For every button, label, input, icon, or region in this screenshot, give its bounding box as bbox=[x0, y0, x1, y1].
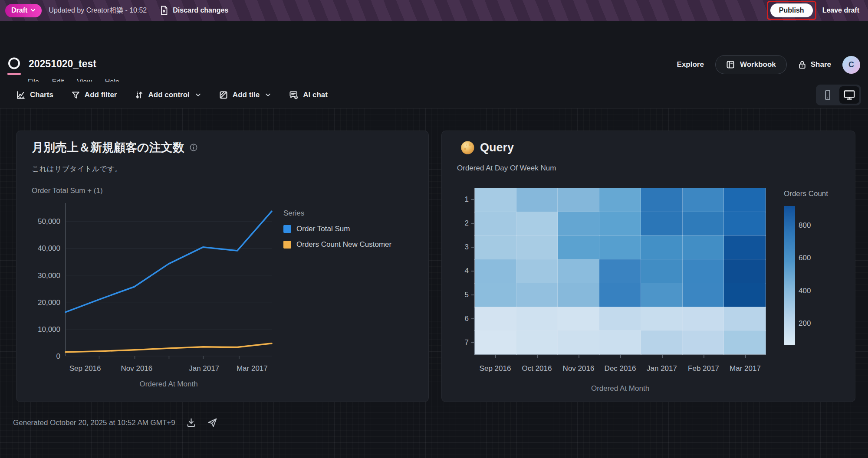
heatmap-cell[interactable] bbox=[558, 307, 599, 331]
charts-icon bbox=[16, 91, 25, 99]
heatmap-cell[interactable] bbox=[558, 259, 599, 283]
add-tile-button[interactable]: Add tile bbox=[219, 91, 271, 99]
legend-item[interactable]: Orders Count New Customer bbox=[283, 240, 391, 249]
publish-button[interactable]: Publish bbox=[770, 3, 813, 17]
discard-changes-button[interactable]: Discard changes bbox=[160, 6, 228, 15]
heatmap-cell[interactable] bbox=[558, 212, 599, 236]
ai-chat-button[interactable]: AI chat bbox=[289, 91, 328, 100]
heatmap-cell[interactable] bbox=[599, 307, 641, 331]
heatmap-row-label: 5 bbox=[458, 291, 474, 299]
heatmap-title: Query bbox=[480, 140, 514, 155]
heatmap-cell[interactable] bbox=[558, 330, 599, 354]
heatmap-col-label: Mar 2017 bbox=[730, 364, 761, 373]
heatmap-cell[interactable] bbox=[724, 307, 766, 331]
download-icon bbox=[186, 417, 197, 428]
heatmap-cell[interactable] bbox=[516, 212, 558, 236]
updated-by-text: Updated by Creator相樂 - 10:52 bbox=[49, 6, 147, 15]
heatmap-cell[interactable] bbox=[599, 212, 641, 236]
desktop-view-button[interactable] bbox=[839, 86, 859, 104]
app-logo[interactable] bbox=[7, 56, 22, 75]
heatmap-row-label: 6 bbox=[458, 314, 474, 323]
heatmap-cell[interactable] bbox=[599, 283, 641, 307]
heatmap-cell[interactable] bbox=[599, 330, 641, 354]
heatmap-cell[interactable] bbox=[599, 236, 641, 259]
explore-button[interactable]: Explore bbox=[677, 60, 704, 69]
heatmap-cell[interactable] bbox=[558, 188, 599, 212]
heatmap-x-tick bbox=[704, 355, 704, 358]
info-icon[interactable] bbox=[190, 144, 197, 151]
heatmap-cell[interactable] bbox=[724, 188, 766, 212]
add-control-button[interactable]: Add control bbox=[135, 91, 201, 99]
heatmap-cell[interactable] bbox=[641, 330, 683, 354]
heatmap-cell[interactable] bbox=[683, 330, 724, 354]
heatmap-cell[interactable] bbox=[558, 236, 599, 259]
heatmap-cell[interactable] bbox=[516, 330, 558, 354]
discard-document-icon bbox=[160, 6, 168, 15]
legend-label: Orders Count New Customer bbox=[296, 240, 391, 249]
x-axis-title: Ordered At Month bbox=[139, 380, 197, 388]
heatmap-cell[interactable] bbox=[641, 307, 683, 331]
workbook-label: Workbook bbox=[740, 60, 776, 69]
share-button[interactable]: Share bbox=[798, 60, 831, 69]
heatmap-grid[interactable] bbox=[474, 188, 766, 355]
heatmap-cell[interactable] bbox=[683, 259, 724, 283]
add-filter-button[interactable]: Add filter bbox=[72, 91, 117, 99]
heatmap-cell[interactable] bbox=[558, 283, 599, 307]
document-title[interactable]: 20251020_test bbox=[29, 58, 96, 70]
legend-item[interactable]: Order Total Sum bbox=[283, 225, 391, 233]
heatmap-cell[interactable] bbox=[599, 188, 641, 212]
heatmap-cell[interactable] bbox=[516, 307, 558, 331]
heatmap-cell[interactable] bbox=[475, 259, 516, 283]
line-chart-tile: 月別売上＆新規顧客の注文数 これはサブタイトルです。 Order Total S… bbox=[16, 131, 429, 402]
draft-status-dropdown[interactable]: Draft bbox=[5, 4, 42, 17]
heatmap-cell[interactable] bbox=[641, 236, 683, 259]
filter-funnel-icon bbox=[72, 91, 80, 99]
heatmap-cell[interactable] bbox=[683, 283, 724, 307]
y-tick-label: 30,000 bbox=[38, 272, 60, 280]
heatmap-cell[interactable] bbox=[599, 259, 641, 283]
share-label: Share bbox=[811, 60, 831, 69]
series-line-1[interactable] bbox=[66, 344, 272, 352]
charts-button[interactable]: Charts bbox=[16, 91, 53, 99]
heatmap-cell[interactable] bbox=[475, 236, 516, 259]
heatmap-cell[interactable] bbox=[475, 283, 516, 307]
heatmap-cell[interactable] bbox=[516, 283, 558, 307]
heatmap-cell[interactable] bbox=[475, 307, 516, 331]
mobile-view-button[interactable] bbox=[818, 86, 838, 104]
heatmap-cell[interactable] bbox=[683, 236, 724, 259]
heatmap-cell[interactable] bbox=[641, 259, 683, 283]
heatmap-cell[interactable] bbox=[683, 188, 724, 212]
heatmap-cell[interactable] bbox=[724, 212, 766, 236]
heatmap-cell[interactable] bbox=[641, 188, 683, 212]
heatmap-cell[interactable] bbox=[683, 212, 724, 236]
download-button[interactable] bbox=[186, 417, 197, 428]
control-arrows-icon bbox=[135, 91, 143, 99]
heatmap-cell[interactable] bbox=[641, 283, 683, 307]
heatmap-cell[interactable] bbox=[516, 259, 558, 283]
heatmap-cell[interactable] bbox=[724, 236, 766, 259]
ai-chat-label: AI chat bbox=[303, 91, 328, 99]
leave-draft-button[interactable]: Leave draft bbox=[822, 7, 859, 14]
heatmap-cell[interactable] bbox=[683, 307, 724, 331]
line-chart-title: 月別売上＆新規顧客の注文数 bbox=[32, 140, 184, 155]
heatmap-cell[interactable] bbox=[724, 259, 766, 283]
heatmap-x-axis-title: Ordered At Month bbox=[474, 384, 766, 393]
heatmap-cell[interactable] bbox=[516, 236, 558, 259]
send-button[interactable] bbox=[207, 417, 218, 428]
heatmap-row-label: 4 bbox=[458, 267, 474, 275]
heatmap-cell[interactable] bbox=[475, 212, 516, 236]
series-line-0[interactable] bbox=[66, 211, 272, 312]
heatmap-cell[interactable] bbox=[641, 212, 683, 236]
user-avatar[interactable]: C bbox=[842, 56, 860, 74]
heatmap-x-tick bbox=[745, 355, 746, 358]
heatmap-cell[interactable] bbox=[724, 283, 766, 307]
heatmap-cell[interactable] bbox=[516, 188, 558, 212]
heatmap-cell[interactable] bbox=[475, 330, 516, 354]
heatmap-y-axis: 1234567 bbox=[458, 188, 474, 355]
add-tile-label: Add tile bbox=[233, 91, 260, 99]
heatmap-col-label: Dec 2016 bbox=[605, 364, 636, 373]
workbook-button[interactable]: Workbook bbox=[715, 55, 787, 74]
heatmap-cell[interactable] bbox=[475, 188, 516, 212]
line-chart[interactable]: 010,00020,00030,00040,00050,000Sep 2016N… bbox=[32, 200, 292, 393]
heatmap-cell[interactable] bbox=[724, 330, 766, 354]
